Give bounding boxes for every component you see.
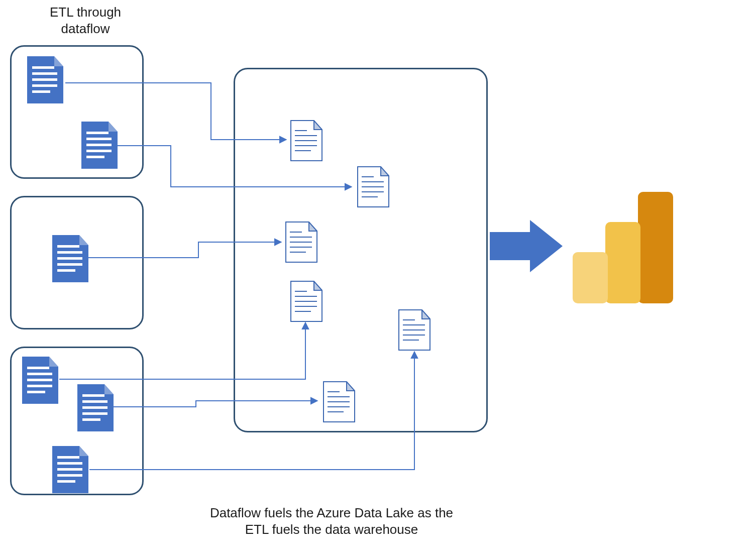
svg-rect-61: [638, 192, 673, 303]
document-icon: [284, 221, 319, 266]
etl-title: ETL through dataflow: [20, 4, 151, 37]
svg-rect-6: [86, 138, 112, 140]
svg-marker-60: [490, 220, 563, 272]
svg-rect-21: [82, 400, 107, 403]
svg-rect-10: [57, 245, 79, 248]
document-icon: [20, 357, 60, 408]
svg-rect-23: [82, 412, 107, 415]
svg-rect-0: [32, 66, 54, 69]
document-icon: [50, 446, 90, 497]
svg-rect-18: [27, 385, 52, 387]
svg-rect-8: [86, 150, 112, 152]
svg-rect-9: [86, 156, 104, 158]
svg-rect-16: [27, 373, 52, 375]
svg-rect-19: [27, 391, 45, 393]
powerbi-icon: [568, 187, 683, 312]
svg-rect-14: [57, 269, 75, 272]
svg-rect-28: [57, 474, 82, 477]
svg-rect-63: [573, 252, 608, 303]
document-icon: [50, 235, 90, 286]
document-icon: [356, 166, 391, 211]
svg-rect-3: [32, 84, 57, 87]
document-icon: [397, 309, 432, 354]
svg-rect-2: [32, 78, 57, 81]
document-icon: [289, 280, 324, 325]
svg-rect-1: [32, 72, 57, 75]
arrow-right-icon: [490, 216, 565, 276]
svg-rect-62: [605, 222, 640, 303]
svg-rect-24: [82, 418, 100, 421]
diagram-canvas: ETL through dataflow Data warehouse in A…: [0, 0, 756, 558]
document-icon: [289, 120, 324, 165]
svg-rect-5: [86, 132, 109, 134]
svg-rect-22: [82, 406, 107, 409]
svg-rect-20: [82, 394, 104, 397]
document-icon: [321, 381, 357, 426]
document-icon: [75, 384, 116, 435]
svg-rect-26: [57, 462, 82, 465]
svg-rect-7: [86, 144, 112, 146]
svg-rect-4: [32, 90, 50, 93]
svg-rect-25: [57, 456, 79, 459]
document-icon: [79, 122, 120, 173]
caption: Dataflow fuels the Azure Data Lake as th…: [176, 505, 487, 537]
warehouse-box: [234, 68, 488, 432]
svg-rect-15: [27, 367, 49, 369]
svg-rect-29: [57, 480, 75, 483]
svg-rect-13: [57, 263, 82, 266]
svg-rect-17: [27, 379, 52, 381]
document-icon: [25, 56, 65, 107]
svg-rect-11: [57, 251, 82, 254]
svg-rect-12: [57, 257, 82, 260]
svg-rect-27: [57, 468, 82, 471]
